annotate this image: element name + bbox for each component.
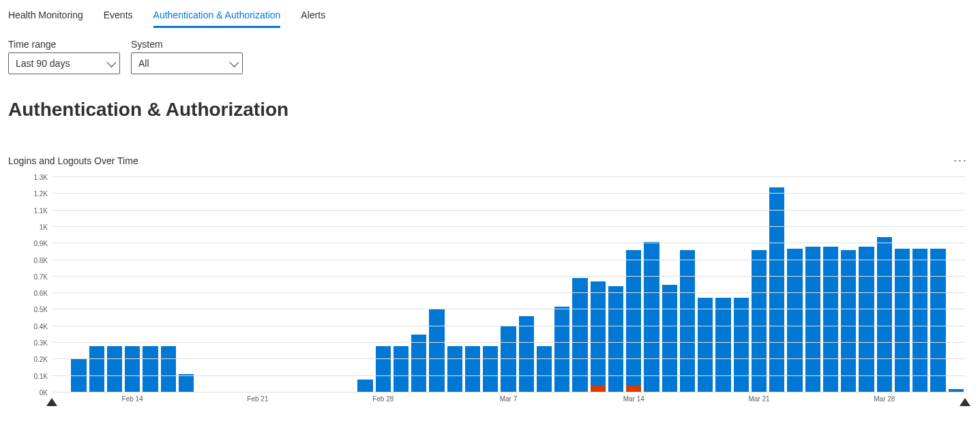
bar-segment-primary	[572, 278, 587, 390]
y-tick-label: 0.3K	[33, 339, 48, 347]
tab-alerts[interactable]: Alerts	[301, 7, 325, 28]
plot-area: Feb 14Feb 21Feb 28Mar 7Mar 14Mar 21Mar 2…	[52, 177, 965, 392]
bar-segment-primary	[125, 346, 140, 392]
y-tick-label: 1.1K	[33, 206, 48, 214]
bar-segment-primary	[644, 242, 659, 391]
gridline: 0.6K	[52, 292, 965, 293]
chevron-down-icon	[229, 58, 239, 67]
bar-segment-primary	[895, 249, 910, 391]
bar-segment-primary	[841, 250, 856, 392]
gridline: 0.1K	[52, 375, 965, 376]
bar-segment-primary	[554, 307, 569, 392]
chart-title: Logins and Logouts Over Time	[8, 155, 138, 166]
bar-segment-primary	[447, 346, 462, 392]
bar-segment-primary	[752, 250, 767, 391]
y-tick-label: 0.5K	[33, 306, 48, 313]
gridline: 0.9K	[52, 243, 965, 243]
gridline: 0.4K	[52, 326, 965, 326]
range-handle-left[interactable]	[46, 398, 57, 406]
bar-segment-primary	[394, 346, 409, 392]
system-label: System	[131, 39, 243, 50]
time-range-value: Last 90 days	[16, 58, 70, 69]
bar-segment-primary	[429, 309, 444, 392]
bar-segment-primary	[823, 247, 838, 390]
chevron-down-icon	[106, 58, 116, 67]
bar-segment-primary	[662, 285, 677, 392]
bar-segment-primary	[930, 249, 945, 391]
x-tick-label: Feb 14	[122, 395, 143, 403]
y-tick-label: 1.2K	[33, 190, 48, 198]
x-tick-label: Mar 28	[874, 395, 895, 403]
gridline: 0.5K	[52, 309, 965, 309]
system-dropdown[interactable]: All	[131, 52, 243, 74]
x-tick-label: Mar 7	[500, 395, 518, 403]
bar-segment-primary	[143, 346, 158, 392]
bar-segment-primary	[179, 374, 194, 392]
bar-segment-primary	[161, 346, 176, 392]
bar-segment-primary	[537, 346, 552, 392]
y-tick-label: 0.2K	[33, 356, 48, 363]
y-tick-label: 0.8K	[33, 256, 48, 264]
system-filter: System All	[131, 39, 243, 74]
gridline: 0K	[52, 392, 965, 392]
gridline: 1.2K	[52, 193, 965, 194]
bar-segment-primary	[465, 346, 480, 392]
bar-segment-primary	[698, 298, 713, 392]
more-icon[interactable]: ···	[949, 153, 972, 168]
y-tick-label: 0.6K	[33, 290, 48, 297]
bar-segment-primary	[519, 316, 534, 392]
y-tick-label: 0.4K	[33, 322, 48, 330]
y-tick-label: 0.9K	[33, 240, 48, 247]
bar-segment-primary	[680, 250, 695, 391]
time-range-dropdown[interactable]: Last 90 days	[8, 52, 120, 74]
x-tick-label: Feb 21	[247, 395, 268, 403]
bar-segment-primary	[715, 298, 730, 392]
bar-segment-primary	[787, 249, 802, 391]
system-value: All	[138, 58, 149, 69]
gridline: 1.1K	[52, 210, 965, 211]
bar-segment-primary	[107, 346, 122, 392]
range-handle-right[interactable]	[960, 398, 970, 406]
gridline: 1K	[52, 226, 965, 227]
bar-segment-primary	[591, 281, 606, 386]
tab-health-monitoring[interactable]: Health Monitoring	[8, 7, 83, 28]
tab-bar: Health Monitoring Events Authentication …	[8, 7, 972, 28]
bar-segment-primary	[483, 346, 498, 392]
chart-header: Logins and Logouts Over Time ···	[8, 153, 972, 168]
x-tick-label: Mar 21	[749, 395, 770, 403]
y-tick-label: 1.3K	[33, 174, 48, 181]
x-tick-label: Feb 28	[372, 395, 394, 403]
y-tick-label: 0.1K	[33, 372, 48, 380]
chart: Feb 14Feb 21Feb 28Mar 7Mar 14Mar 21Mar 2…	[8, 177, 972, 409]
page-title: Authentication & Authorization	[8, 99, 972, 121]
filter-bar: Time range Last 90 days System All	[8, 39, 972, 74]
y-tick-label: 0K	[40, 389, 48, 397]
bar-segment-primary	[626, 250, 641, 386]
x-axis: Feb 14Feb 21Feb 28Mar 7Mar 14Mar 21Mar 2…	[52, 395, 965, 405]
tab-events[interactable]: Events	[104, 7, 133, 28]
time-range-filter: Time range Last 90 days	[8, 39, 120, 74]
gridline: 0.2K	[52, 358, 965, 359]
gridline: 0.7K	[52, 276, 965, 277]
x-tick-label: Mar 14	[623, 395, 644, 403]
bar-segment-primary	[912, 249, 927, 391]
bar-segment-primary	[769, 187, 784, 391]
bar-segment-primary	[734, 298, 749, 392]
bar-segment-primary	[376, 346, 391, 392]
bar-segment-primary	[805, 247, 820, 390]
gridline: 0.8K	[52, 260, 965, 260]
y-tick-label: 0.7K	[33, 273, 48, 280]
bar-segment-primary	[357, 380, 372, 392]
y-tick-label: 1K	[40, 223, 48, 230]
bar-segment-primary	[411, 335, 426, 392]
bar-segment-primary	[859, 247, 874, 390]
gridline: 1.3K	[52, 176, 965, 177]
time-range-label: Time range	[8, 39, 120, 50]
bar-segment-primary	[501, 326, 516, 392]
tab-auth[interactable]: Authentication & Authorization	[153, 7, 281, 28]
bar-segment-primary	[89, 346, 104, 392]
gridline: 0.3K	[52, 342, 965, 343]
